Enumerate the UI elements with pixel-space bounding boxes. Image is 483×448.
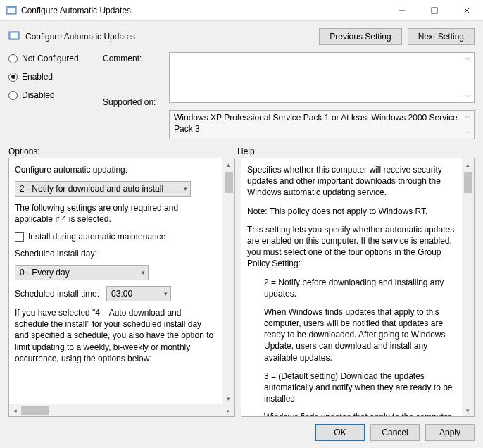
help-text: When Windows finds updates that apply to… (247, 306, 455, 363)
apply-button[interactable]: Apply (425, 424, 475, 441)
scroll-up-icon: ︿ (465, 55, 471, 61)
scroll-up-icon: ︿ (465, 113, 471, 119)
install-during-maintenance-checkbox[interactable]: Install during automatic maintenance (15, 231, 215, 242)
radio-icon (8, 73, 18, 82)
options-tail-note: If you have selected "4 – Auto download … (15, 307, 215, 364)
options-scrollbar-horizontal[interactable]: ◂ ▸ (9, 404, 234, 416)
help-text: Specifies whether this computer will rec… (247, 164, 455, 199)
scroll-right-icon: ▸ (222, 404, 234, 416)
scroll-down-icon: ▾ (227, 392, 230, 404)
scheduled-time-label: Scheduled install time: (15, 288, 99, 299)
supported-on-text: Windows XP Professional Service Pack 1 o… (174, 113, 458, 134)
help-pane: Specifies whether this computer will rec… (241, 158, 475, 417)
configure-updating-dropdown[interactable]: 2 - Notify for download and auto install… (15, 181, 191, 197)
help-label: Help: (237, 147, 257, 156)
chevron-down-icon: ▾ (164, 290, 168, 298)
state-radio-group: Not Configured Enabled Disabled (8, 52, 100, 139)
checkbox-label: Install during automatic maintenance (28, 232, 165, 242)
policy-icon (8, 30, 20, 44)
scroll-down-icon: ﹀ (465, 94, 471, 100)
options-pane: Configure automatic updating: 2 - Notify… (8, 158, 235, 417)
policy-icon (6, 5, 17, 16)
help-text: This setting lets you specify whether au… (247, 224, 455, 270)
help-text: Note: This policy does not apply to Wind… (247, 206, 455, 217)
dropdown-value: 0 - Every day (20, 267, 70, 278)
next-setting-button[interactable]: Next Setting (408, 28, 475, 45)
radio-label: Disabled (22, 90, 55, 100)
dropdown-value: 03:00 (111, 288, 132, 299)
supported-label: Supported on: (103, 97, 166, 107)
svg-rect-7 (11, 33, 18, 38)
dropdown-value: 2 - Notify for download and auto install (20, 183, 163, 194)
configure-updating-label: Configure automatic updating: (15, 164, 215, 175)
help-text: 2 = Notify before downloading and instal… (247, 277, 455, 299)
chevron-down-icon: ▾ (184, 185, 187, 193)
window-title: Configure Automatic Updates (21, 6, 386, 15)
comment-label: Comment: (103, 54, 166, 63)
chevron-down-icon: ▾ (142, 268, 145, 277)
required-note: The following settings are only required… (15, 202, 215, 225)
previous-setting-button[interactable]: Previous Setting (319, 28, 401, 45)
supported-on-field: Windows XP Professional Service Pack 1 o… (169, 110, 475, 139)
help-text: Windows finds updates that apply to the … (247, 411, 455, 416)
page-title: Configure Automatic Updates (25, 32, 135, 42)
scheduled-time-dropdown[interactable]: 03:00 ▾ (106, 286, 171, 301)
scroll-up-icon: ▴ (227, 158, 230, 170)
cancel-button[interactable]: Cancel (370, 424, 420, 441)
dialog-footer: OK Cancel Apply (0, 417, 483, 448)
minimize-button[interactable] (386, 0, 418, 21)
scrollbar-thumb[interactable] (225, 172, 233, 193)
radio-icon (8, 54, 18, 63)
close-button[interactable] (451, 0, 483, 21)
radio-icon (8, 91, 18, 100)
options-scrollbar-vertical[interactable]: ▴ ▾ (222, 158, 234, 404)
ok-button[interactable]: OK (315, 424, 365, 441)
svg-rect-3 (432, 8, 437, 13)
comment-textarea[interactable]: ︿﹀ (169, 52, 475, 103)
header-row: Configure Automatic Updates Previous Set… (0, 21, 483, 49)
radio-label: Enabled (22, 72, 53, 82)
help-scrollbar-vertical[interactable]: ▴ ▾ (462, 158, 474, 416)
maximize-button[interactable] (418, 0, 451, 21)
scheduled-day-dropdown[interactable]: 0 - Every day ▾ (15, 265, 149, 280)
scroll-down-icon: ﹀ (465, 130, 471, 137)
svg-rect-1 (8, 8, 15, 13)
help-text: 3 = (Default setting) Download the updat… (247, 371, 455, 405)
checkbox-icon (15, 232, 24, 242)
scrollbar-thumb[interactable] (21, 406, 49, 415)
scheduled-day-label: Scheduled install day: (15, 248, 215, 259)
options-label: Options: (8, 147, 237, 156)
radio-disabled[interactable]: Disabled (8, 90, 100, 100)
scrollbar-thumb[interactable] (464, 172, 472, 193)
scroll-left-icon: ◂ (9, 404, 21, 416)
radio-not-configured[interactable]: Not Configured (8, 54, 100, 63)
radio-enabled[interactable]: Enabled (8, 72, 100, 82)
titlebar: Configure Automatic Updates (0, 0, 483, 21)
scroll-down-icon: ▾ (466, 404, 470, 416)
scroll-up-icon: ▴ (466, 158, 470, 170)
radio-label: Not Configured (22, 54, 79, 63)
